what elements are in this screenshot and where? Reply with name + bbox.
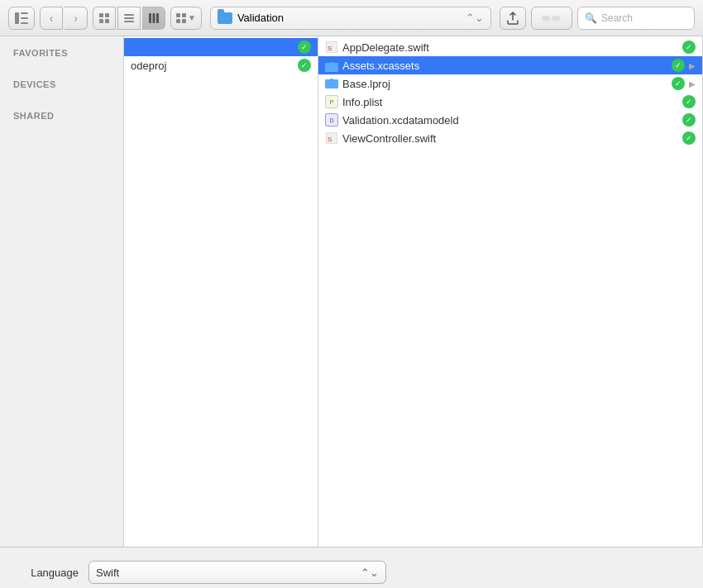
svg-rect-3: [21, 22, 28, 24]
table-row[interactable]: S ViewController.swift ✓: [318, 129, 702, 147]
check-icon: ✓: [672, 59, 685, 72]
list-view-button[interactable]: [117, 7, 141, 30]
language-row: Language Swift ⌃⌄: [25, 561, 678, 584]
nav-buttons: ‹ ›: [40, 7, 88, 30]
file-column-2: S AppDelegate.swift ✓ Assets.xcassets ✓ …: [318, 36, 703, 547]
filename-label: odeproj: [131, 60, 294, 72]
forward-button[interactable]: ›: [65, 7, 88, 30]
cover-flow-button[interactable]: ▼: [170, 7, 202, 30]
sidebar-section-devices: Devices: [0, 76, 123, 91]
svg-rect-2: [21, 17, 28, 19]
main-area: Favorites Devices Shared ✓ odeproj ✓: [0, 36, 703, 547]
select-arrows-icon: ⌃⌄: [361, 566, 379, 579]
svg-rect-16: [176, 19, 180, 23]
column-view-button[interactable]: [142, 7, 165, 30]
check-icon: ✓: [682, 131, 696, 145]
search-placeholder: Search: [601, 12, 633, 24]
bottom-panel: Language Swift ⌃⌄ Options ✓ Use scalar p…: [0, 547, 703, 588]
filename-label: Assets.xcassets: [342, 60, 667, 72]
table-row[interactable]: S AppDelegate.swift ✓: [318, 38, 702, 56]
view-mode-buttons: [93, 7, 165, 30]
location-chevron-icon: ⌃⌄: [466, 12, 484, 24]
svg-text:S: S: [328, 45, 332, 52]
check-icon: ✓: [298, 41, 311, 54]
filename-label: Validation.xcdatamodeld: [342, 114, 678, 127]
swift-file-icon: S: [325, 41, 338, 54]
language-label: Language: [25, 566, 79, 579]
table-row[interactable]: P Info.plist ✓: [318, 93, 702, 111]
svg-rect-17: [182, 19, 186, 23]
svg-rect-9: [124, 17, 134, 19]
location-content: Validation: [218, 12, 284, 24]
plist-file-icon: P: [325, 95, 338, 108]
filename-label: AppDelegate.swift: [342, 41, 678, 54]
xcdatamodel-file-icon: D: [325, 113, 338, 127]
check-icon: ✓: [682, 41, 696, 54]
svg-rect-19: [552, 16, 560, 21]
icon-view-button[interactable]: [93, 7, 116, 30]
check-icon: ✓: [682, 113, 696, 127]
sidebar-section-shared: Shared: [0, 108, 123, 122]
svg-rect-11: [149, 13, 151, 23]
svg-rect-8: [124, 14, 134, 16]
filename-label: ViewController.swift: [342, 132, 678, 145]
search-icon: 🔍: [585, 12, 597, 24]
file-browser: ✓ odeproj ✓ S AppDelegate.swift ✓: [124, 36, 703, 547]
svg-rect-5: [105, 13, 109, 17]
back-button[interactable]: ‹: [40, 7, 63, 30]
svg-rect-10: [124, 21, 134, 22]
file-column-1: ✓ odeproj ✓: [124, 36, 318, 547]
toolbar: ‹ ›: [0, 0, 703, 36]
svg-rect-1: [21, 12, 28, 14]
svg-rect-15: [182, 13, 186, 17]
svg-rect-0: [15, 12, 19, 24]
svg-rect-18: [542, 16, 550, 21]
svg-rect-4: [99, 13, 103, 17]
table-row[interactable]: odeproj ✓: [124, 56, 318, 74]
sidebar-toggle-button[interactable]: [8, 7, 35, 30]
filename-label: Info.plist: [342, 96, 678, 108]
folder-icon: [218, 12, 232, 24]
tag-button[interactable]: [531, 7, 572, 30]
folder-icon: [325, 60, 338, 70]
svg-text:S: S: [328, 136, 332, 143]
search-field[interactable]: 🔍 Search: [577, 7, 695, 30]
chevron-right-icon: ▶: [689, 61, 696, 70]
share-button[interactable]: [500, 7, 526, 30]
svg-rect-14: [176, 13, 180, 17]
table-row[interactable]: Base.lproj ✓ ▶: [318, 74, 702, 93]
check-icon: ✓: [672, 77, 685, 90]
svg-rect-12: [152, 13, 155, 23]
folder-icon: [325, 77, 338, 91]
check-icon: ✓: [682, 95, 696, 108]
chevron-right-icon: ▶: [689, 79, 696, 88]
sidebar-section-favorites: Favorites: [0, 45, 123, 60]
svg-rect-6: [99, 19, 103, 23]
table-row[interactable]: D Validation.xcdatamodeld ✓: [318, 111, 702, 129]
filename-label: Base.lproj: [342, 78, 667, 90]
table-row[interactable]: ✓: [124, 38, 318, 56]
language-select-value: Swift: [96, 566, 361, 579]
svg-rect-7: [105, 19, 109, 23]
check-icon: ✓: [298, 59, 311, 72]
language-select[interactable]: Swift ⌃⌄: [88, 561, 386, 584]
sidebar: Favorites Devices Shared: [0, 36, 124, 547]
svg-rect-13: [156, 13, 159, 23]
swift-file-icon: S: [325, 131, 338, 145]
location-bar[interactable]: Validation ⌃⌄: [210, 7, 491, 30]
table-row[interactable]: Assets.xcassets ✓ ▶: [318, 56, 702, 74]
location-text: Validation: [237, 12, 284, 24]
